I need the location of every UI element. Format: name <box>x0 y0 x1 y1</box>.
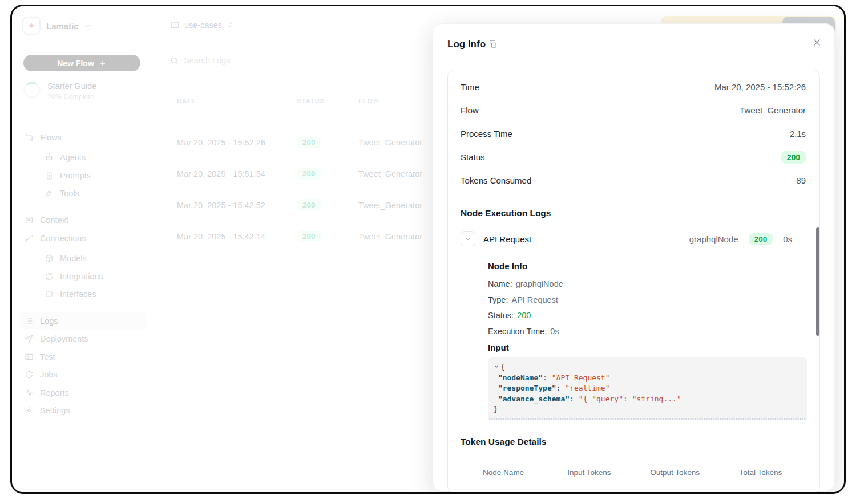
field-value: Tweet_Generator <box>740 105 806 115</box>
node-log-row: API Request graphqlNode 200 0s <box>461 225 807 253</box>
node-status-badge: 200 <box>749 233 773 245</box>
col-input-tokens: Input Tokens <box>546 468 632 477</box>
field-value: 0s <box>550 327 559 336</box>
field-label: Name: <box>488 279 512 288</box>
log-info-modal: Log Info Time Mar 20, 2025 - 15:52:26 Fl… <box>433 23 835 491</box>
code-key: "advance_schema" <box>498 395 570 403</box>
node-field-exec-time: Execution Time:0s <box>488 324 807 340</box>
field-label: Time <box>461 82 479 92</box>
copy-icon[interactable] <box>488 39 498 51</box>
scrollbar-thumb[interactable] <box>816 227 819 336</box>
summary-row-process-time: Process Time 2.1s <box>461 122 806 145</box>
node-title: API Request <box>483 234 681 244</box>
node-info-section: Node Info Name:graphqlNode Type:API Requ… <box>488 253 807 420</box>
code-collapse-icon[interactable] <box>494 364 499 369</box>
field-label: Type: <box>488 295 508 304</box>
status-badge: 200 <box>781 151 806 164</box>
node-field-type: Type:API Request <box>488 292 807 308</box>
field-label: Execution Time: <box>488 327 547 336</box>
col-node-name: Node Name <box>461 468 546 477</box>
modal-title: Log Info <box>447 39 486 50</box>
field-label: Status <box>461 152 485 162</box>
code-punct: : <box>556 384 566 392</box>
node-time: 0s <box>783 234 792 244</box>
field-label: Process Time <box>461 129 512 139</box>
field-label: Tokens Consumed <box>461 176 531 185</box>
code-key: "responeType" <box>498 384 556 392</box>
close-icon[interactable] <box>812 38 822 49</box>
summary-row-time: Time Mar 20, 2025 - 15:52:26 <box>461 75 806 99</box>
divider <box>461 200 806 200</box>
summary-row-tokens: Tokens Consumed 89 <box>461 169 806 192</box>
code-value: "realtime" <box>565 384 609 392</box>
code-value: "API Request" <box>552 373 610 382</box>
input-heading: Input <box>488 343 807 352</box>
code-brace: } <box>494 405 498 413</box>
code-brace: { <box>500 363 505 371</box>
col-total-tokens: Total Tokens <box>718 468 803 477</box>
node-logs-scroll-area[interactable]: API Request graphqlNode 200 0s Node Info… <box>461 225 807 426</box>
node-tag: graphqlNode <box>689 234 738 244</box>
field-value-green: 200 <box>517 311 531 320</box>
collapse-toggle[interactable] <box>461 231 475 246</box>
summary-row-flow: Flow Tweet_Generator <box>461 99 806 122</box>
app-window: Lamatic New Flow Starter Guide 20% Compl… <box>10 5 846 494</box>
log-summary: Time Mar 20, 2025 - 15:52:26 Flow Tweet_… <box>461 75 806 192</box>
token-usage-heading: Token Usage Details <box>461 437 546 447</box>
field-label: Status: <box>488 311 514 320</box>
field-value: 2.1s <box>790 129 806 139</box>
node-info-heading: Node Info <box>488 261 807 271</box>
col-output-tokens: Output Tokens <box>632 468 718 477</box>
code-key: "nodeName" <box>498 373 543 382</box>
field-value: 89 <box>796 176 806 185</box>
log-detail-card: Time Mar 20, 2025 - 15:52:26 Flow Tweet_… <box>447 70 820 493</box>
field-label: Flow <box>461 105 479 115</box>
code-punct: : <box>570 395 579 403</box>
node-field-status: Status:200 <box>488 308 807 324</box>
field-value: Mar 20, 2025 - 15:52:26 <box>714 82 806 92</box>
input-json-code: { "nodeName": "API Request" "responeType… <box>488 357 807 420</box>
code-punct: : <box>543 373 552 382</box>
field-value: graphqlNode <box>516 279 563 288</box>
node-execution-heading: Node Execution Logs <box>461 208 551 218</box>
node-field-name: Name:graphqlNode <box>488 277 807 292</box>
code-value: "{ "query": "string..." <box>579 395 681 403</box>
summary-row-status: Status 200 <box>461 145 806 169</box>
field-value: API Request <box>511 295 558 304</box>
token-usage-table-header: Node Name Input Tokens Output Tokens Tot… <box>461 468 803 477</box>
